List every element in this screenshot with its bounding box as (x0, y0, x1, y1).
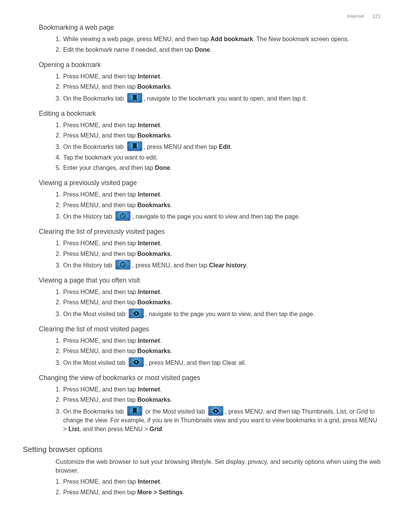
list-item: On the Bookmarks tab , navigate to the b… (62, 93, 381, 103)
list-item: Press MENU, and then tap Bookmarks. (62, 201, 381, 209)
text: . (170, 348, 172, 354)
text: . (210, 46, 212, 53)
text: , navigate to the page you want to view … (132, 213, 300, 220)
list-item: Press HOME, and then tap Internet. (62, 477, 381, 486)
h3-s7: Clearing the list of most visited pages (39, 324, 381, 334)
list-item: On the History tab , navigate to the pag… (62, 211, 381, 221)
text: , press MENU, and then tap Clear all. (145, 359, 246, 366)
text: Press MENU, and then tap (63, 299, 137, 305)
list-item: While viewing a web page, press MENU, an… (62, 35, 381, 43)
bold-text: Bookmarks (137, 132, 170, 139)
ordered-list: Press HOME, and then tap Internet.Press … (23, 385, 381, 433)
text: . (160, 337, 161, 344)
list-item: Press MENU, and then tap Bookmarks. (62, 131, 381, 140)
text: . (160, 478, 161, 485)
text: . (170, 83, 172, 90)
bold-text: Bookmarks (137, 251, 170, 257)
bold-text: Bookmarks (137, 348, 170, 354)
text: . (160, 191, 161, 198)
text: On the History tab (63, 213, 114, 220)
list-item: Press MENU, and then tap Bookmarks. (62, 395, 381, 404)
bold-text: Internet (138, 386, 160, 393)
bold-text: Bookmarks (137, 83, 170, 90)
text: Edit the bookmark name if needed, and th… (63, 46, 195, 53)
text: . (160, 289, 161, 295)
header-page-number: 121 (372, 13, 381, 19)
h3-s4: Viewing a previously visited page (39, 178, 381, 188)
page-body: Internet 121 Bookmarking a web pageWhile… (0, 0, 411, 532)
text: . The New bookmark screen opens. (253, 36, 349, 42)
bold-text: More > Settings (137, 489, 183, 495)
bold-text: Internet (138, 337, 160, 344)
list-item: On the Most visited tab , press MENU, an… (62, 357, 381, 367)
text: . (183, 489, 184, 495)
svg-point-3 (135, 361, 137, 363)
list-item: Press HOME, and then tap Internet. (62, 190, 381, 199)
eye-tab-icon (129, 357, 144, 367)
list-item: On the Most visited tab , navigate to th… (62, 308, 381, 318)
text: While viewing a web page, press MENU, an… (63, 36, 210, 42)
bold-text: Add bookmark (210, 36, 253, 42)
h3-s6: Viewing a page that you often visit (39, 276, 381, 285)
header-section: Internet (347, 13, 364, 19)
svg-point-4 (215, 410, 217, 412)
ordered-list: Press HOME, and then tap Internet.Press … (23, 190, 381, 221)
list-item: Press HOME, and then tap Internet. (62, 336, 381, 345)
list-item: Press MENU, and then tap More > Settings… (62, 488, 381, 497)
text: , press MENU and then tap (144, 144, 219, 150)
ordered-list: While viewing a web page, press MENU, an… (23, 35, 381, 54)
text: , press MENU, and then tap (132, 262, 209, 268)
list-item: Press HOME, and then tap Internet. (62, 288, 381, 296)
ordered-list: Press HOME, and then tap Internet.Press … (23, 336, 381, 367)
text: . (160, 73, 161, 80)
bold-text: Done (155, 165, 170, 171)
text: Tap the bookmark you want to edit. (63, 154, 158, 161)
ordered-list: Press HOME, and then tap Internet.Press … (23, 72, 381, 103)
eye-tab-icon (208, 406, 223, 416)
bold-text: Internet (138, 73, 160, 80)
bold-text: Done (195, 46, 210, 53)
bold-text: Internet (138, 478, 160, 485)
list-item: Press MENU, and then tap Bookmarks. (62, 82, 381, 91)
text: Press MENU, and then tap (63, 348, 137, 354)
list-item: On the Bookmarks tab , press MENU and th… (62, 141, 381, 151)
bold-text: Internet (138, 240, 160, 246)
history-tab-icon (115, 260, 131, 270)
list-item: Press MENU, and then tap Bookmarks. (62, 347, 381, 355)
bold-text: Clear history (209, 262, 246, 268)
list-item: Enter your changes, and then tap Done. (62, 163, 381, 172)
text: Press HOME, and then tap (63, 289, 138, 295)
text: . (160, 122, 161, 128)
paragraph: Customize the web browser to suit your b… (56, 457, 381, 475)
text: On the Bookmarks tab (63, 144, 126, 150)
text: Press MENU, and then tap (63, 132, 137, 139)
text: Enter your changes, and then tap (63, 165, 155, 171)
bold-text: Internet (138, 289, 160, 295)
text: . (170, 251, 172, 257)
text: Press HOME, and then tap (63, 478, 138, 485)
text: . (170, 165, 172, 171)
list-item: Press HOME, and then tap Internet. (62, 239, 381, 248)
text: . (170, 202, 172, 208)
list-item: Press MENU, and then tap Bookmarks. (62, 249, 381, 258)
h2-setting-browser-options: Setting browser options (23, 444, 381, 455)
h3-s2: Opening a bookmark (39, 60, 381, 70)
text: Press HOME, and then tap (63, 191, 138, 198)
list-item: Press HOME, and then tap Internet. (62, 72, 381, 81)
list-item: Edit the bookmark name if needed, and th… (62, 45, 381, 54)
text: . (160, 386, 161, 393)
bookmark-tab-icon (127, 93, 142, 103)
text: , and then press MENU > (79, 426, 150, 432)
history-tab-icon (115, 211, 131, 221)
bold-text: Bookmarks (137, 396, 170, 403)
h3-s3: Editing a bookmark (39, 109, 381, 118)
list-item: On the Bookmarks tab or the Most visited… (62, 406, 381, 434)
text: Press MENU, and then tap (63, 251, 137, 257)
svg-point-2 (135, 312, 137, 314)
text: Press HOME, and then tap (63, 73, 138, 80)
list-item: Tap the bookmark you want to edit. (62, 153, 381, 162)
text: . (230, 144, 232, 150)
text: Press MENU, and then tap (63, 83, 137, 90)
h3-s1: Bookmarking a web page (39, 23, 381, 32)
text: On the Most visited tab (63, 359, 127, 366)
